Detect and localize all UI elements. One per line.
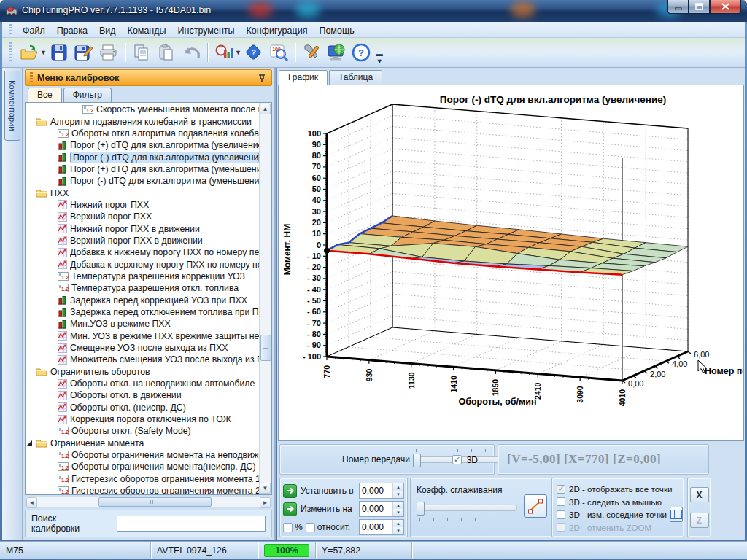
tree-item[interactable]: Порог (-) dTQ для вкл.алгоритма (уменьше…	[26, 175, 259, 187]
apply-set-button[interactable]	[283, 484, 297, 498]
change-value-spinner[interactable]: ▲▼	[359, 501, 404, 517]
open-dropdown-icon[interactable]: ▼	[40, 49, 47, 56]
print-button[interactable]	[97, 41, 120, 64]
spin-up-icon[interactable]: ▲	[393, 502, 403, 509]
spin-down-icon[interactable]: ▼	[393, 527, 403, 534]
menu-item[interactable]: Инструменты	[172, 24, 241, 37]
tree-item[interactable]: 1.2Обороты ограничения момента(неиспр. Д…	[26, 461, 259, 472]
smoothing-slider[interactable]	[417, 502, 517, 516]
surface-chart-svg[interactable]: - 100- 90- 80- 70- 60- 50- 40- 30- 20- 1…	[279, 85, 744, 441]
option-checkbox[interactable]	[557, 497, 565, 506]
spin-down-icon[interactable]: ▼	[393, 491, 403, 498]
tree-folder[interactable]: Ограничение момента	[26, 438, 259, 449]
save-button[interactable]	[47, 41, 71, 64]
set-value-input[interactable]	[360, 483, 392, 498]
tree-item[interactable]: Коррекция порога отключения по ТОЖ	[26, 413, 259, 425]
toolbar-grip[interactable]	[9, 24, 12, 35]
tab-filter[interactable]: Фильтр	[63, 88, 112, 102]
chart-view-button[interactable]	[212, 41, 236, 64]
tree-item[interactable]: Задержка перед отключением топлива при П…	[26, 306, 259, 318]
option-checkbox[interactable]	[557, 485, 565, 494]
tree-vertical-scrollbar[interactable]: ▲ ▼	[259, 103, 271, 494]
search-input[interactable]	[117, 516, 266, 532]
tree-item[interactable]: Обороты откл. на неподвижном автомобиле	[26, 378, 259, 389]
tree-item[interactable]: 1.2Гистерезис оборотов ограничения момен…	[26, 485, 259, 494]
tab-table[interactable]: Таблица	[329, 70, 382, 85]
tree-item[interactable]: Нижний порог ПХХ в движении	[26, 222, 259, 234]
tree-folder[interactable]: ПХХ	[26, 187, 259, 198]
option-checkbox[interactable]	[557, 510, 565, 519]
online-button[interactable]	[325, 41, 348, 64]
set-value-spinner[interactable]: ▲▼	[359, 483, 404, 499]
tree-item[interactable]: 1.2Скорость уменьшения момента после вкл…	[26, 104, 259, 115]
menu-item[interactable]: Правка	[51, 24, 93, 37]
tree-horizontal-scrollbar[interactable]: ◄ ►	[25, 497, 272, 508]
toolbar-grip[interactable]	[9, 42, 12, 63]
tree-item[interactable]: 1.2Температура разрешения коррекции УОЗ	[26, 271, 259, 282]
tree-item[interactable]: Множитель смещения УОЗ после выхода из П…	[26, 354, 259, 365]
tree-item[interactable]: Порог (+) dTQ для вкл.алгоритма (увеличе…	[26, 139, 259, 151]
tree-item[interactable]: Обороты откл. в движении	[26, 389, 259, 401]
tree-item[interactable]: 1.2Гистерезис оборотов ограничения момен…	[26, 473, 259, 485]
tree-item[interactable]: Добавка к нижнему порогу ПХХ по номеру п…	[26, 246, 259, 258]
menu-item[interactable]: Помощь	[313, 24, 360, 37]
slider-thumb[interactable]	[417, 502, 425, 516]
restore-button[interactable]	[689, 0, 710, 14]
3d-checkbox[interactable]	[452, 455, 462, 464]
change-value-input[interactable]	[360, 502, 392, 516]
tree-item[interactable]: Мин. УОЗ в режиме ПХХ врежиме защиты ней…	[26, 330, 259, 342]
tree-folder[interactable]: Алгоритм подавления колебаний в трансмис…	[26, 115, 259, 127]
tree-item[interactable]: 1.2Обороты ограничения момента на неподв…	[26, 449, 259, 461]
comments-side-tab[interactable]: Комментарии	[4, 71, 20, 141]
option-checkbox[interactable]	[557, 523, 565, 532]
tab-chart[interactable]: График	[279, 70, 328, 85]
slider-thumb[interactable]	[413, 454, 421, 467]
surface-chart[interactable]: - 100- 90- 80- 70- 60- 50- 40- 30- 20- 1…	[278, 85, 744, 441]
tools-button[interactable]	[300, 41, 323, 64]
edit-neighbors-grid-button[interactable]	[670, 507, 683, 522]
minimize-button[interactable]	[667, 0, 689, 14]
tab-all[interactable]: Все	[28, 88, 62, 102]
scroll-down-icon[interactable]: ▼	[260, 483, 271, 494]
zoom-100-button[interactable]: 100	[267, 41, 290, 64]
scroll-up-icon[interactable]: ▲	[260, 104, 271, 114]
undo-button[interactable]	[179, 41, 203, 64]
menu-item[interactable]: Вид	[93, 24, 122, 37]
scroll-thumb[interactable]	[98, 497, 212, 507]
percent-checkbox[interactable]	[283, 523, 293, 532]
tree-item[interactable]: Мин.УОЗ в режиме ПХХ	[26, 318, 259, 330]
copy-button[interactable]	[130, 41, 153, 64]
z-axis-button[interactable]: Z	[690, 513, 709, 528]
expander-icon[interactable]	[27, 440, 32, 446]
chart-view-dropdown-icon[interactable]: ▼	[235, 49, 241, 56]
tree-item[interactable]: Верхний порог ПХХ в движении	[26, 235, 259, 246]
relative-value-spinner[interactable]: ▲▼	[359, 519, 404, 535]
info-button[interactable]: ?	[242, 41, 266, 64]
tree-item[interactable]: 1.2Температура разрешения откл. топлива	[26, 282, 259, 294]
smoothing-curve-button[interactable]	[524, 494, 547, 518]
x-axis-button[interactable]: X	[690, 487, 709, 502]
help-button[interactable]: ?	[349, 41, 373, 64]
apply-change-button[interactable]	[283, 502, 297, 516]
tree-item[interactable]: 1.2Обороты откл. (Safety Mode)	[26, 425, 259, 437]
tree-item[interactable]: Порог (-) dTQ для вкл.алгоритма (увеличе…	[26, 151, 259, 163]
spin-up-icon[interactable]: ▲	[393, 483, 403, 491]
tree-folder[interactable]: Ограничитель оборотов	[26, 366, 259, 378]
tree-item[interactable]: Смещение УОЗ после выхода из ПХХ	[26, 342, 259, 354]
menu-item[interactable]: Конфигурация	[241, 24, 314, 37]
paste-button[interactable]	[155, 41, 178, 64]
tree-item[interactable]: Верхний порог ПХХ	[26, 211, 259, 222]
menu-item[interactable]: Файл	[17, 24, 51, 37]
close-button[interactable]	[710, 0, 741, 14]
scroll-thumb[interactable]	[260, 335, 271, 361]
tree-item[interactable]: Порог (+) dTQ для вкл.алгоритма (уменьше…	[26, 163, 259, 175]
slider-groove[interactable]	[417, 505, 517, 511]
tree-item[interactable]: Задержка перед коррекцией УОЗ при ПХХ	[26, 295, 259, 306]
tree-item[interactable]: Добавка к верхнему порогу ПХХ по номеру …	[26, 258, 259, 270]
menu-item[interactable]: Команды	[122, 24, 172, 37]
relative-checkbox[interactable]	[306, 523, 315, 532]
relative-value-input[interactable]	[360, 520, 392, 534]
save-as-button[interactable]	[72, 41, 96, 64]
tree-item[interactable]: 1.2Обороты откл.алгоритма подавления кол…	[26, 128, 259, 139]
tree-item[interactable]: Нижний порог ПХХ	[26, 199, 259, 211]
